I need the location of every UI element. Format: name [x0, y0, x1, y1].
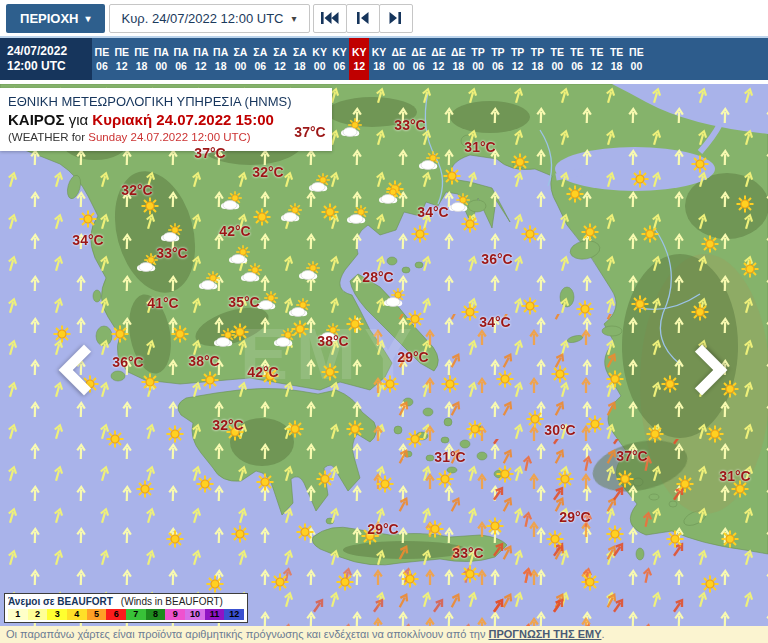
sun-icon [632, 296, 649, 313]
temperature-label: 36°C [481, 251, 512, 267]
sun-icon [197, 476, 214, 493]
timeline-hour-label: 06 [254, 59, 266, 73]
sun-icon [677, 476, 694, 493]
timeline-cell-ΠΑ-12[interactable]: ΠΑ12 [191, 38, 211, 80]
timeline-cell-ΔΕ-00[interactable]: ΔΕ00 [389, 38, 409, 80]
skip-to-first-button[interactable] [313, 4, 347, 33]
sun-icon [667, 531, 684, 548]
timeline-day-label: ΚΥ [372, 45, 387, 59]
timeline-cell-ΠΕ-06[interactable]: ΠΕ06 [92, 38, 112, 80]
beaufort-scale-cell-5: 5 [87, 609, 107, 620]
timeline-cell-ΠΑ-18[interactable]: ΠΑ18 [211, 38, 231, 80]
sun-icon [692, 304, 709, 321]
timeline-cell-ΔΕ-12[interactable]: ΔΕ12 [429, 38, 449, 80]
step-back-button[interactable] [346, 4, 380, 33]
timeline-cell-ΣΑ-18[interactable]: ΣΑ18 [290, 38, 310, 80]
datetime-label: Κυρ. 24/07/2022 12:00 UTC [122, 11, 284, 26]
step-forward-icon [389, 12, 402, 24]
sun-icon [742, 261, 759, 278]
sun-icon [382, 376, 399, 393]
timeline-cell-ΤΡ-12[interactable]: ΤΡ12 [508, 38, 528, 80]
timeline-hour-label: 00 [393, 59, 405, 73]
region-label: ΠΕΡΙΟΧΗ [20, 11, 79, 26]
sun-icon [407, 431, 424, 448]
temperature-label: 33°C [394, 117, 425, 133]
weather-map[interactable]: ΕΜΥ ΕΘΝΙΚΗ ΜΕΤΕΩΡΟΛΟΓΙΚΗ ΥΠΗΡΕΣΙΑ (HNMS)… [0, 84, 768, 626]
timeline-hour-label: 00 [631, 59, 643, 73]
temperature-label: 34°C [72, 232, 103, 248]
timeline-day-label: ΠΕ [134, 45, 149, 59]
timeline-hour-label: 06 [175, 59, 187, 73]
timeline-cell-ΣΑ-12[interactable]: ΣΑ12 [270, 38, 290, 80]
datetime-dropdown-button[interactable]: Κυρ. 24/07/2022 12:00 UTC ▾ [109, 4, 310, 33]
timeline-day-label: ΣΑ [273, 45, 287, 59]
timeline-cell-ΤΕ-00[interactable]: ΤΕ00 [547, 38, 567, 80]
sun-icon [642, 226, 659, 243]
timeline-day-label: ΤΡ [491, 45, 504, 59]
sun-icon [552, 366, 569, 383]
temperature-label: 41°C [147, 295, 178, 311]
temperature-label: 31°C [434, 449, 465, 465]
timeline-cell-ΤΕ-12[interactable]: ΤΕ12 [587, 38, 607, 80]
timeline-cell-ΠΑ-00[interactable]: ΠΑ00 [151, 38, 171, 80]
sun-icon [607, 371, 624, 388]
timeline-cell-ΤΡ-18[interactable]: ΤΡ18 [528, 38, 548, 80]
temperature-label: 37°C [616, 448, 647, 464]
weather-en-datetime: Sunday 24.07.2022 12:00 UTC) [88, 131, 250, 143]
region-dropdown-button[interactable]: ΠΕΡΙΟΧΗ ▾ [6, 4, 105, 33]
timeline-day-label: ΠΑ [193, 45, 208, 59]
sun-icon [512, 154, 529, 171]
skip-to-first-icon [320, 12, 339, 24]
sun-icon [54, 326, 71, 343]
timeline-cell-ΠΕ-12[interactable]: ΠΕ12 [112, 38, 132, 80]
sun-icon [80, 211, 97, 228]
sun-icon [142, 198, 159, 215]
timeline-hour-label: 06 [96, 59, 108, 73]
chevron-down-icon: ▾ [291, 13, 296, 24]
timeline-cell-ΤΕ-18[interactable]: ΤΕ18 [607, 38, 627, 80]
timeline-cell-ΠΑ-06[interactable]: ΠΑ06 [171, 38, 191, 80]
timeline-cell-ΚΥ-18[interactable]: ΚΥ18 [369, 38, 389, 80]
timeline-cell-ΣΑ-00[interactable]: ΣΑ00 [231, 38, 251, 80]
timeline-cell-ΤΡ-00[interactable]: ΤΡ00 [468, 38, 488, 80]
timeline-day-label: ΚΥ [352, 45, 367, 59]
timeline-cell-ΤΕ-06[interactable]: ΤΕ06 [567, 38, 587, 80]
timeline-hour-label: 18 [215, 59, 227, 73]
timeline-cell-ΣΑ-06[interactable]: ΣΑ06 [250, 38, 270, 80]
sun-icon [547, 531, 564, 548]
sun-icon [722, 531, 739, 548]
sun-icon [272, 574, 289, 591]
beaufort-scale-cell-8: 8 [146, 609, 166, 620]
temperature-label: 30°C [544, 422, 575, 438]
timeline-day-label: ΤΕ [610, 45, 623, 59]
timeline-cell-ΔΕ-18[interactable]: ΔΕ18 [448, 38, 468, 80]
timeline-hour-label: 06 [571, 59, 583, 73]
temperature-label: 32°C [212, 417, 243, 433]
timeline-time: 12:00 UTC [7, 59, 92, 74]
sun-icon [257, 474, 274, 491]
sun-icon [662, 376, 679, 393]
timeline-cell-ΚΥ-12[interactable]: ΚΥ12 [349, 38, 369, 80]
sun-icon [557, 471, 574, 488]
timeline-hour-label: 06 [413, 59, 425, 73]
timeline-cell-ΠΕ-00[interactable]: ΠΕ00 [627, 38, 647, 80]
timeline-cell-ΚΥ-00[interactable]: ΚΥ00 [310, 38, 330, 80]
timeline-cell-ΚΥ-06[interactable]: ΚΥ06 [330, 38, 350, 80]
timeline-cell-ΔΕ-06[interactable]: ΔΕ06 [409, 38, 429, 80]
timeline-day-label: ΠΕ [629, 45, 644, 59]
beaufort-scale: 123456789101112 [8, 609, 244, 620]
sun-icon [497, 371, 514, 388]
timeline-cell-ΤΡ-06[interactable]: ΤΡ06 [488, 38, 508, 80]
step-forward-button[interactable] [379, 4, 413, 33]
weather-word: ΚΑΙΡΟΣ [8, 111, 65, 128]
beaufort-legend: Άνεμοι σε BEAUFORT(Winds in BEAUFORT) 12… [4, 593, 248, 623]
timeline-day-label: ΤΡ [471, 45, 484, 59]
timeline-day-label: ΔΕ [392, 45, 407, 59]
timeline-day-label: ΔΕ [411, 45, 426, 59]
temperature-label: 32°C [252, 164, 283, 180]
timeline-day-label: ΔΕ [451, 45, 466, 59]
timeline-cell-ΠΕ-18[interactable]: ΠΕ18 [132, 38, 152, 80]
sun-icon [167, 531, 184, 548]
emy-forecast-link[interactable]: ΠΡΟΓΝΩΣΗ ΤΗΣ ΕΜΥ [489, 628, 602, 640]
sun-icon [647, 426, 664, 443]
